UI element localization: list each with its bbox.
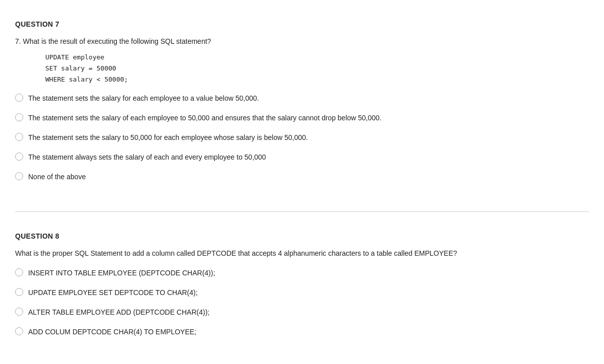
q7-option-1-label: The statement sets the salary for each e…: [28, 93, 259, 104]
q7-option-4-row: The statement always sets the salary of …: [15, 152, 589, 163]
code-line-1: UPDATE employee: [45, 52, 589, 63]
question-7-number: 7.: [15, 37, 21, 45]
q8-option-3-row: ALTER TABLE EMPLOYEE ADD (DEPTCODE CHAR(…: [15, 307, 589, 318]
q7-option-5-row: None of the above: [15, 172, 589, 182]
q8-option-1-row: INSERT INTO TABLE EMPLOYEE (DEPTCODE CHA…: [15, 268, 589, 278]
q8-option-4-label: ADD COLUM DEPTCODE CHAR(4) TO EMPLOYEE;: [28, 327, 196, 337]
q7-option-4-label: The statement always sets the salary of …: [28, 152, 266, 163]
section-divider: [15, 211, 589, 212]
question-7-body: What is the result of executing the foll…: [23, 37, 211, 45]
q7-option-5-label: None of the above: [28, 172, 86, 182]
question-7-code: UPDATE employee SET salary = 50000 WHERE…: [45, 52, 589, 85]
q8-option-1-label: INSERT INTO TABLE EMPLOYEE (DEPTCODE CHA…: [28, 268, 215, 278]
q8-option-2-radio[interactable]: [15, 288, 23, 296]
question-7-title: QUESTION 7: [15, 20, 589, 28]
question-7-section: QUESTION 7 7. What is the result of exec…: [15, 10, 589, 206]
code-line-3: WHERE salary < 50000;: [45, 74, 589, 85]
q8-option-1-radio[interactable]: [15, 268, 23, 276]
q8-option-3-label: ALTER TABLE EMPLOYEE ADD (DEPTCODE CHAR(…: [28, 307, 209, 318]
question-7-text: 7. What is the result of executing the f…: [15, 36, 589, 47]
q7-option-4-radio[interactable]: [15, 153, 23, 161]
q8-option-4-radio[interactable]: [15, 327, 23, 335]
q8-option-2-row: UPDATE EMPLOYEE SET DEPTCODE TO CHAR(4);: [15, 287, 589, 298]
code-line-2: SET salary = 50000: [45, 63, 589, 74]
q7-option-2-radio[interactable]: [15, 113, 23, 121]
question-8-text: What is the proper SQL Statement to add …: [15, 248, 589, 259]
q7-option-3-row: The statement sets the salary to 50,000 …: [15, 132, 589, 143]
q7-option-2-row: The statement sets the salary of each em…: [15, 113, 589, 123]
q7-option-1-row: The statement sets the salary for each e…: [15, 93, 589, 104]
question-8-section: QUESTION 8 What is the proper SQL Statem…: [15, 222, 589, 361]
q7-option-3-label: The statement sets the salary to 50,000 …: [28, 132, 308, 143]
q7-option-1-radio[interactable]: [15, 94, 23, 102]
q8-option-2-label: UPDATE EMPLOYEE SET DEPTCODE TO CHAR(4);: [28, 287, 198, 298]
q8-option-4-row: ADD COLUM DEPTCODE CHAR(4) TO EMPLOYEE;: [15, 327, 589, 337]
q8-option-3-radio[interactable]: [15, 308, 23, 316]
q7-option-3-radio[interactable]: [15, 133, 23, 141]
q7-option-5-radio[interactable]: [15, 172, 23, 180]
question-8-title: QUESTION 8: [15, 232, 589, 240]
q7-option-2-label: The statement sets the salary of each em…: [28, 113, 382, 123]
